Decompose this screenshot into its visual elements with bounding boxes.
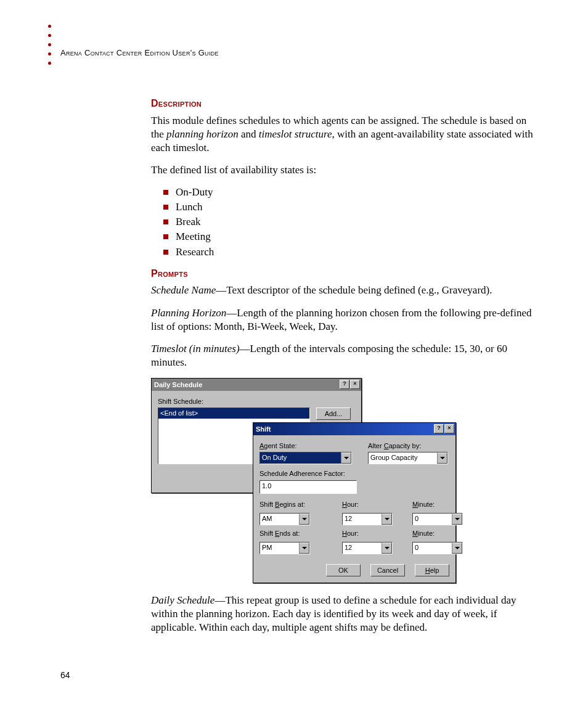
hour-label: Hour: (342, 529, 391, 538)
begins-minute-combo[interactable]: 0 (412, 513, 463, 525)
help-icon[interactable]: ? (340, 380, 349, 389)
description-p2: The defined list of availability states … (151, 163, 533, 177)
ends-minute-combo[interactable]: 0 (412, 542, 463, 554)
chevron-down-icon[interactable] (382, 514, 392, 525)
prompt-schedule-name: Schedule Name—Text descriptor of the sch… (151, 284, 533, 297)
prompt-timeslot: Timeslot (in minutes)—Length of the inte… (151, 342, 533, 369)
minute-label: Minute: (412, 500, 462, 509)
description-p1: This module defines schedules to which a… (151, 114, 533, 155)
page-number: 64 (60, 670, 70, 680)
prompt-planning-horizon: Planning Horizon—Length of the planning … (151, 306, 533, 334)
begins-hour-combo[interactable]: 12 (342, 513, 393, 525)
cancel-button[interactable]: Cancel (370, 564, 405, 576)
chevron-down-icon[interactable] (299, 514, 309, 525)
close-icon[interactable]: × (444, 424, 454, 433)
hour-label: Hour: (342, 500, 391, 509)
shift-dialog: Shift ? × Agent State: On Duty (253, 422, 456, 583)
alter-capacity-combo[interactable]: Group Capacity (368, 452, 448, 464)
list-item[interactable]: <End of list> (158, 408, 309, 418)
adherence-label: Schedule Adherence Factor: (259, 469, 449, 478)
running-header: Arena Contact Center Edition User's Guid… (60, 48, 219, 57)
ends-hour-combo[interactable]: 12 (342, 542, 393, 554)
margin-dots (48, 25, 51, 71)
chevron-down-icon[interactable] (452, 514, 462, 525)
list-item: Break (163, 215, 533, 229)
chevron-down-icon[interactable] (382, 543, 392, 554)
states-list: On-Duty Lunch Break Meeting Research (151, 186, 533, 258)
chevron-down-icon[interactable] (341, 453, 351, 464)
daily-title: Daily Schedule (154, 380, 202, 389)
main-content: Description This module defines schedule… (151, 97, 533, 643)
add-button[interactable]: Add... (316, 408, 351, 420)
chevron-down-icon[interactable] (437, 453, 447, 464)
ends-ampm-combo[interactable]: PM (259, 542, 310, 554)
help-button[interactable]: Help (415, 564, 449, 576)
prompts-heading: Prompts (151, 268, 533, 281)
adherence-input[interactable]: 1.0 (259, 480, 357, 494)
chevron-down-icon[interactable] (452, 543, 462, 554)
shift-begins-label: Shift Begins at: (259, 500, 321, 509)
agent-state-label: Agent State: (259, 441, 352, 450)
alter-capacity-label: Alter Capacity by: (368, 441, 448, 450)
agent-state-combo[interactable]: On Duty (259, 452, 352, 464)
list-item: Lunch (163, 200, 533, 214)
prompt-daily-schedule: Daily Schedule—This repeat group is used… (151, 594, 533, 634)
shift-titlebar[interactable]: Shift ? × (253, 423, 455, 435)
list-item: On-Duty (163, 186, 533, 199)
daily-titlebar[interactable]: Daily Schedule ? × (152, 379, 361, 391)
list-item: Meeting (163, 230, 533, 244)
shift-title: Shift (256, 425, 271, 433)
chevron-down-icon[interactable] (299, 543, 309, 554)
shift-schedule-label: Shift Schedule: (158, 397, 355, 406)
list-item: Research (163, 245, 533, 259)
ok-button[interactable]: OK (326, 564, 361, 576)
shift-ends-label: Shift Ends at: (259, 529, 321, 538)
help-icon[interactable]: ? (434, 424, 444, 433)
close-icon[interactable]: × (350, 380, 360, 389)
minute-label: Minute: (412, 529, 462, 538)
begins-ampm-combo[interactable]: AM (259, 513, 310, 525)
description-heading: Description (151, 97, 533, 110)
dialog-figure: Daily Schedule ? × Shift Schedule: <End … (151, 378, 533, 581)
